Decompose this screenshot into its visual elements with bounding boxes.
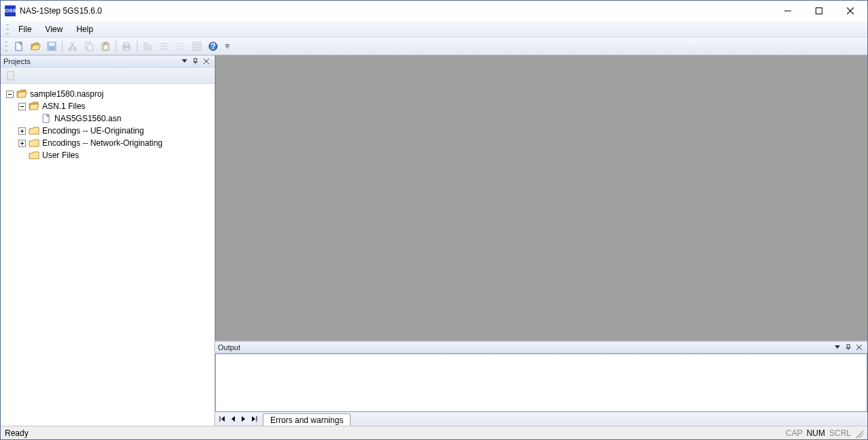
grid-button[interactable]	[189, 39, 204, 54]
projects-doc-icon[interactable]	[3, 69, 18, 82]
svg-marker-55	[242, 416, 245, 422]
workspace: Projects sample1580.nasproj	[1, 55, 867, 426]
svg-marker-35	[182, 59, 187, 63]
tab-first-icon[interactable]	[216, 413, 227, 424]
svg-rect-16	[103, 45, 108, 50]
folder-open-icon	[16, 89, 27, 99]
tree-root[interactable]: sample1580.nasproj	[1, 88, 214, 100]
svg-marker-46	[835, 345, 840, 349]
new-file-button[interactable]	[12, 39, 27, 54]
panel-pin-icon[interactable]	[843, 343, 854, 352]
output-tabs: Errors and warnings	[215, 412, 867, 426]
panel-dropdown-icon[interactable]	[832, 343, 843, 352]
panel-close-icon[interactable]	[854, 343, 865, 352]
panel-close-icon[interactable]	[201, 57, 212, 66]
toolbar-separator	[62, 40, 63, 52]
tree-asn-folder[interactable]: ASN.1 Files	[1, 100, 214, 112]
close-button[interactable]	[835, 1, 866, 21]
svg-rect-13	[88, 44, 93, 50]
tree-expand-icon[interactable]	[18, 140, 26, 147]
window-title: NAS-1Step 5GS15.6.0	[20, 6, 772, 16]
status-num: NUM	[807, 428, 825, 438]
tree-label: User Files	[42, 151, 79, 160]
output-body[interactable]	[215, 353, 867, 412]
tab-label: Errors and warnings	[270, 415, 343, 425]
projects-toolbar	[1, 67, 214, 84]
toolbar: ?	[1, 37, 867, 55]
projects-panel-title: Projects	[3, 57, 179, 65]
app-window: OSS NAS-1Step 5GS15.6.0 File View Help	[0, 0, 868, 440]
tree-label: Encodings -- UE-Originating	[42, 126, 144, 136]
open-button[interactable]	[28, 39, 43, 54]
resize-grip-icon[interactable]	[854, 428, 863, 438]
output-panel-title: Output	[218, 343, 832, 351]
output-tab-errors[interactable]: Errors and warnings	[263, 413, 351, 426]
svg-rect-18	[125, 43, 129, 46]
right-area: Output Errors and warnings	[215, 55, 867, 426]
toolbar-grip-icon	[5, 42, 7, 51]
svg-rect-28	[193, 42, 201, 50]
tree-collapse-icon[interactable]	[6, 91, 14, 98]
projects-tree[interactable]: sample1580.nasproj ASN.1 Files NAS5GS156…	[1, 84, 214, 426]
tool-b-button[interactable]	[157, 39, 172, 54]
status-bar: Ready CAP NUM SCRL	[1, 426, 867, 439]
tree-spacer	[18, 152, 26, 159]
app-icon: OSS	[5, 5, 16, 16]
status-cap: CAP	[786, 428, 803, 438]
help-button[interactable]: ?	[206, 39, 221, 54]
tree-label: sample1580.nasproj	[30, 89, 103, 99]
tool-c-button[interactable]	[173, 39, 188, 54]
menu-file[interactable]: File	[12, 22, 38, 37]
tab-prev-icon[interactable]	[227, 413, 238, 424]
toolbar-separator	[116, 40, 116, 52]
tree-label: Encodings -- Network-Originating	[42, 138, 163, 148]
folder-open-icon	[29, 101, 39, 111]
folder-icon	[29, 151, 39, 160]
save-button[interactable]	[44, 39, 59, 54]
svg-point-10	[69, 48, 71, 50]
svg-point-11	[74, 48, 76, 50]
svg-rect-1	[816, 8, 822, 14]
menu-help[interactable]: Help	[69, 22, 100, 37]
folder-icon	[29, 138, 39, 148]
svg-text:?: ?	[210, 42, 215, 51]
toolbar-separator	[137, 40, 138, 52]
tree-user-files[interactable]: User Files	[1, 149, 214, 161]
toolbar-overflow-icon[interactable]	[223, 44, 231, 48]
svg-rect-21	[148, 46, 151, 50]
menubar-grip-icon	[6, 25, 9, 34]
tree-enc-net[interactable]: Encodings -- Network-Originating	[1, 137, 214, 149]
svg-rect-47	[847, 345, 850, 348]
svg-rect-6	[49, 43, 54, 46]
tree-enc-ue[interactable]: Encodings -- UE-Originating	[1, 125, 214, 137]
projects-panel-header: Projects	[1, 55, 214, 67]
tree-spacer	[31, 115, 38, 123]
tab-last-icon[interactable]	[249, 413, 260, 424]
tree-collapse-icon[interactable]	[18, 103, 26, 110]
panel-pin-icon[interactable]	[190, 57, 201, 66]
svg-marker-56	[252, 416, 255, 422]
svg-rect-15	[104, 42, 107, 44]
tool-a-button[interactable]	[140, 39, 155, 54]
editor-area	[215, 55, 867, 341]
folder-icon	[29, 126, 39, 136]
minimize-button[interactable]	[772, 1, 803, 21]
panel-dropdown-icon[interactable]	[179, 57, 190, 66]
tree-label: NAS5GS1560.asn	[54, 114, 121, 123]
file-icon	[41, 114, 52, 123]
copy-button[interactable]	[82, 39, 97, 54]
svg-rect-7	[50, 47, 54, 50]
paste-button[interactable]	[98, 39, 113, 54]
status-text: Ready	[5, 428, 782, 438]
cut-button[interactable]	[65, 39, 80, 54]
tree-expand-icon[interactable]	[18, 127, 26, 135]
svg-marker-53	[221, 416, 225, 422]
svg-rect-19	[125, 48, 129, 50]
menu-view[interactable]: View	[38, 22, 69, 37]
tree-label: ASN.1 Files	[42, 101, 85, 111]
tab-next-icon[interactable]	[238, 413, 249, 424]
print-button[interactable]	[119, 39, 134, 54]
tree-asn-file[interactable]: NAS5GS1560.asn	[1, 112, 214, 125]
title-bar: OSS NAS-1Step 5GS15.6.0	[1, 1, 867, 21]
maximize-button[interactable]	[803, 1, 835, 21]
